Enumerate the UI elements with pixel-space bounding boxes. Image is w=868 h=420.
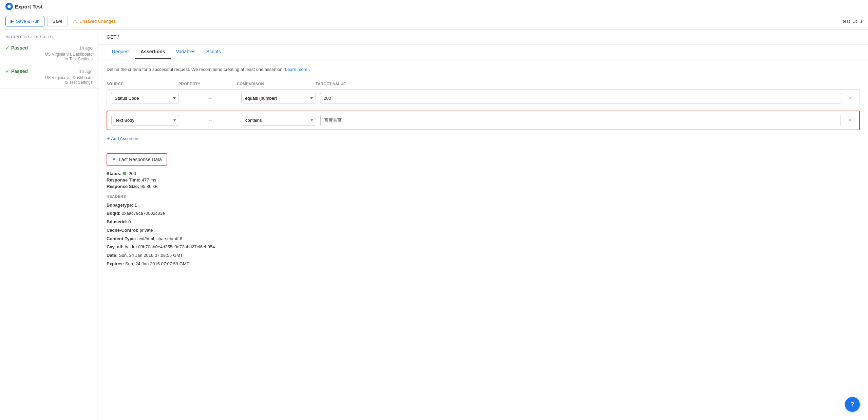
response-size-line: Response Size: 95.86 kB: [107, 184, 860, 189]
test-result-location: US Virginia via Dashboard: [5, 75, 93, 80]
test-result-item[interactable]: ✓ Passed 1h ago US Virginia via Dashboar…: [0, 42, 98, 65]
unsaved-changes-indicator: ⚠ Unsaved Changes: [73, 19, 116, 24]
header-cache-control: Cache-Control: private: [107, 227, 860, 234]
comparison-header: COMPARISON: [237, 82, 312, 86]
tabs-bar: Request Assertions Variables Scripts: [98, 45, 868, 59]
tab-assertions[interactable]: Assertions: [135, 45, 170, 59]
save-run-button[interactable]: ▶ Save & Run: [5, 16, 44, 26]
status-dot: [123, 172, 126, 175]
save-button[interactable]: Save: [47, 16, 68, 26]
header-cxy-all: Cxy_all: baidu+09b70ab0e4d355c9d72abd27c…: [107, 244, 860, 251]
branch-icon: ⎇: [853, 19, 857, 24]
last-response-section: ▼ Last Response Data Status: 200 Respons…: [107, 153, 860, 268]
assertion-row-2: Status Code Text Body -- equals (number)…: [107, 111, 860, 130]
target-value-2[interactable]: 百度首页: [320, 115, 841, 126]
play-icon: ▶: [11, 19, 14, 24]
toolbar-right: test ⎇ 1: [843, 19, 863, 24]
source-header: SOURCE: [107, 82, 174, 86]
passed-badge: ✓ Passed: [5, 45, 28, 51]
property-dash-1: --: [183, 96, 237, 101]
response-info: Status: 200 Response Time: 477 ms Respon…: [107, 171, 860, 189]
test-result-location: US Virginia via Dashboard: [5, 52, 93, 57]
request-method: GET: [107, 34, 116, 40]
assertions-column-headers: SOURCE PROPERTY COMPARISON TARGET VALUE: [107, 80, 860, 89]
sidebar: RECENT TEST RESULTS ✓ Passed 1h ago US V…: [0, 30, 98, 420]
tab-scripts[interactable]: Scripts: [201, 45, 226, 59]
last-response-header[interactable]: ▼ Last Response Data: [107, 153, 167, 166]
response-time-line: Response Time: 477 ms: [107, 177, 860, 183]
property-header: PROPERTY: [178, 82, 233, 86]
triangle-icon: ▼: [112, 157, 116, 162]
status-line: Status: 200: [107, 171, 860, 176]
passed-badge: ✓ Passed: [5, 69, 28, 74]
comparison-select-2[interactable]: equals (number) contains not contains: [242, 115, 316, 126]
request-path: /: [117, 34, 119, 40]
learn-more-link[interactable]: Learn more: [285, 67, 309, 72]
add-icon: +: [107, 136, 110, 142]
test-result-settings: ⧉ Test Settings: [5, 57, 93, 61]
source-select-1[interactable]: Status Code Text Body Response Time: [111, 93, 179, 103]
tab-variables[interactable]: Variables: [171, 45, 201, 59]
layer-icon: ⧉: [65, 80, 68, 85]
comparison-select-1[interactable]: equals (number) not equals contains: [241, 93, 316, 103]
test-result-header: ✓ Passed 1h ago: [5, 69, 93, 74]
delete-assertion-2[interactable]: ×: [845, 117, 855, 123]
test-result-header: ✓ Passed 1h ago: [5, 45, 93, 51]
assertion-row-1: Status Code Text Body Response Time -- e…: [107, 89, 860, 107]
assertions-description: Define the criteria for a successful req…: [107, 66, 860, 73]
request-url: GET /: [98, 30, 868, 45]
main-layout: RECENT TEST RESULTS ✓ Passed 1h ago US V…: [0, 30, 868, 420]
warning-icon: ⚠: [73, 19, 77, 24]
toolbar: ▶ Save & Run Save ⚠ Unsaved Changes test…: [0, 13, 868, 30]
header-content-type: Content-Type: text/html; charset=utf-8: [107, 235, 860, 243]
app-header: Export Test: [0, 0, 868, 13]
property-dash-2: --: [183, 118, 238, 123]
logo-icon: [5, 3, 13, 10]
test-result-settings: ⧉ Test Settings: [5, 80, 93, 85]
test-result-item[interactable]: ✓ Passed 1h ago US Virginia via Dashboar…: [0, 65, 98, 89]
add-assertion-button[interactable]: + Add Assertion: [107, 136, 138, 142]
delete-assertion-1[interactable]: ×: [845, 95, 855, 101]
header-expires: Expires: Sun, 24 Jan 2016 07:07:59 GMT: [107, 261, 860, 268]
last-response-title: Last Response Data: [119, 157, 162, 162]
header-bduserid: Bduserid: 0: [107, 218, 860, 226]
check-icon: ✓: [5, 69, 10, 74]
layer-icon: ⧉: [65, 57, 68, 61]
app-logo: Export Test: [5, 3, 42, 10]
sidebar-section-title: RECENT TEST RESULTS: [0, 35, 98, 42]
app-title: Export Test: [15, 4, 42, 9]
response-headers-section: HEADERS Bdpagetype: 1 Bdqid: 0xaac79ca70…: [107, 194, 860, 268]
assertions-tab-content: Define the criteria for a successful req…: [98, 59, 868, 276]
header-bdqid: Bdqid: 0xaac79ca70002c83e: [107, 210, 860, 217]
headers-title: HEADERS: [107, 194, 860, 198]
header-bdpagetype: Bdpagetype: 1: [107, 202, 860, 209]
tab-request[interactable]: Request: [107, 45, 135, 59]
content-area: GET / Request Assertions Variables Scrip…: [98, 30, 868, 420]
source-select-2[interactable]: Status Code Text Body: [111, 115, 179, 126]
target-value-1[interactable]: 200: [320, 93, 841, 103]
header-date: Date: Sun, 24 Jan 2016 07:08:55 GMT: [107, 252, 860, 259]
check-icon: ✓: [5, 45, 10, 51]
chat-button[interactable]: ?: [845, 397, 860, 412]
target-value-header: TARGET VALUE: [316, 82, 860, 86]
